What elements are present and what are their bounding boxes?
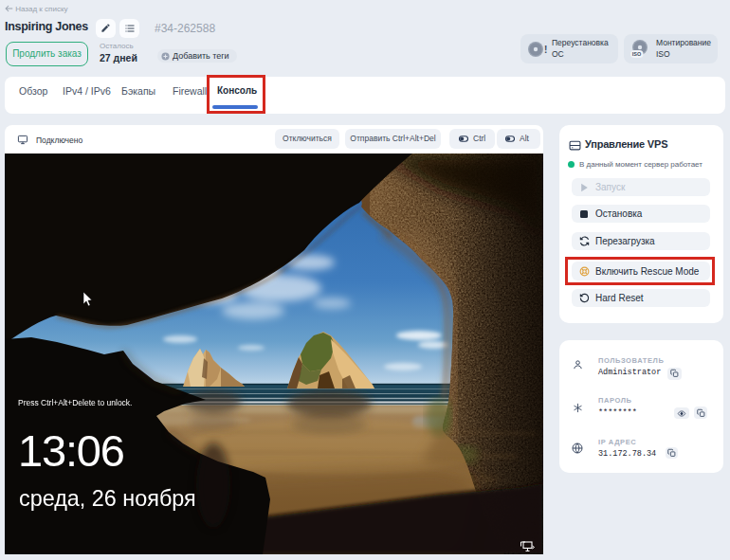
svg-text:13:06: 13:06 bbox=[18, 425, 124, 476]
svg-text:!: ! bbox=[544, 45, 547, 55]
svg-text:ISO: ISO bbox=[632, 51, 642, 57]
svg-text:среда, 26 ноября: среда, 26 ноября bbox=[19, 486, 196, 511]
svg-text:Press Ctrl+Alt+Delete to unloc: Press Ctrl+Alt+Delete to unlock. bbox=[18, 398, 132, 407]
